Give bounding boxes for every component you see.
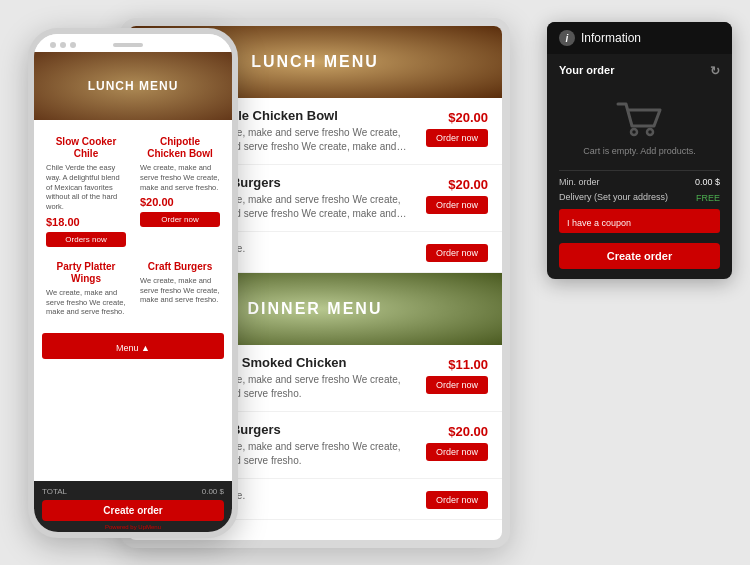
order-now-button[interactable]: Order now xyxy=(426,129,488,147)
phone-dot xyxy=(50,42,56,48)
scene: LUNCH MENU $18.00 Chipotle Chicken Bowl … xyxy=(0,0,750,565)
phone-content: Slow Cooker Chile Chile Verde the easy w… xyxy=(34,120,232,367)
item-right: Order now xyxy=(408,489,488,509)
powered-by: Powered by UpMenu xyxy=(42,524,224,530)
phone-create-order-button[interactable]: Create order xyxy=(42,500,224,521)
phone-order-button[interactable]: Orders now xyxy=(46,232,126,247)
phone-item-name: Party Platter Wings xyxy=(46,261,126,285)
menu-toggle[interactable]: Menu ▲ xyxy=(42,333,224,359)
phone-dot xyxy=(70,42,76,48)
total-label: TOTAL xyxy=(42,487,67,496)
item-right: Order now xyxy=(408,242,488,262)
phone-item-name: Slow Cooker Chile xyxy=(46,136,126,160)
info-panel-title: Information xyxy=(581,31,641,45)
info-icon: i xyxy=(559,30,575,46)
phone-item-price: $18.00 xyxy=(46,216,126,228)
phone-item-name: Craft Burgers xyxy=(140,261,220,273)
phone-footer-total: TOTAL 0.00 $ xyxy=(42,487,224,496)
svg-point-1 xyxy=(647,129,653,135)
phone-dot xyxy=(60,42,66,48)
order-now-button[interactable]: Order now xyxy=(426,376,488,394)
cart-empty-text: Cart is empty. Add products. xyxy=(583,146,695,156)
your-order-text: Your order xyxy=(559,64,614,78)
min-order-row: Min. order 0.00 $ xyxy=(559,177,720,187)
min-order-label: Min. order xyxy=(559,177,600,187)
delivery-row: Delivery (Set your address) FREE xyxy=(559,192,720,204)
order-now-button[interactable]: Order now xyxy=(426,244,488,262)
item-right: $20.00 Order now xyxy=(408,422,488,461)
item-price-right: $20.00 xyxy=(448,110,488,125)
phone-dots xyxy=(50,42,76,48)
tablet-lunch-title: LUNCH MENU xyxy=(251,53,379,71)
item-price-right: $20.00 xyxy=(448,177,488,192)
phone-banner: LUNCH MENU xyxy=(34,52,232,120)
item-right: $11.00 Order now xyxy=(408,355,488,394)
info-panel-body: Your order ↻ Cart is empty. Add products… xyxy=(547,54,732,279)
delivery-value: FREE xyxy=(696,193,720,203)
list-item: Party Platter Wings We create, make and … xyxy=(42,257,130,325)
cart-icon xyxy=(616,100,664,140)
info-panel: i Information Your order ↻ Cart is empty… xyxy=(547,22,732,279)
your-order-label: Your order ↻ xyxy=(559,64,720,78)
order-now-button[interactable]: Order now xyxy=(426,491,488,509)
phone-footer: TOTAL 0.00 $ Create order Powered by UpM… xyxy=(34,481,232,532)
item-price-right: $20.00 xyxy=(448,424,488,439)
item-right: $20.00 Order now xyxy=(408,108,488,147)
delivery-label: Delivery (Set your address) xyxy=(559,192,668,204)
svg-point-0 xyxy=(631,129,637,135)
info-panel-header: i Information xyxy=(547,22,732,54)
tablet-dinner-title: DINNER MENU xyxy=(248,300,383,318)
list-item: Slow Cooker Chile Chile Verde the easy w… xyxy=(42,132,130,251)
phone-banner-title: LUNCH MENU xyxy=(88,79,179,93)
phone-top-bar xyxy=(34,34,232,52)
list-item: Craft Burgers We create, make and serve … xyxy=(136,257,224,325)
phone-home-indicator xyxy=(113,43,143,47)
phone-order-button[interactable]: Order now xyxy=(140,212,220,227)
min-order-value: 0.00 $ xyxy=(695,177,720,187)
phone-item-price: $20.00 xyxy=(140,196,220,208)
total-value: 0.00 $ xyxy=(202,487,224,496)
phone-item-grid: Slow Cooker Chile Chile Verde the easy w… xyxy=(42,128,224,329)
item-right: $20.00 Order now xyxy=(408,175,488,214)
phone-item-desc: We create, make and serve fresho We crea… xyxy=(140,276,220,305)
cart-visual: Cart is empty. Add products. xyxy=(559,84,720,164)
order-now-button[interactable]: Order now xyxy=(426,443,488,461)
refresh-icon[interactable]: ↻ xyxy=(710,64,720,78)
menu-toggle-label: Menu ▲ xyxy=(116,343,150,353)
divider xyxy=(559,170,720,171)
phone-item-desc: Chile Verde the easy way. A delightful b… xyxy=(46,163,126,212)
coupon-label: I have a coupon xyxy=(567,218,631,228)
order-now-button[interactable]: Order now xyxy=(426,196,488,214)
phone-item-name: Chipotle Chicken Bowl xyxy=(140,136,220,160)
item-price-right: $11.00 xyxy=(448,357,488,372)
phone-item-desc: We create, make and serve fresho We crea… xyxy=(46,288,126,317)
phone-mockup: LUNCH MENU Slow Cooker Chile Chile Verde… xyxy=(28,28,238,538)
list-item: Chipotle Chicken Bowl We create, make an… xyxy=(136,132,224,251)
info-create-order-button[interactable]: Create order xyxy=(559,243,720,269)
phone-item-desc: We create, make and serve fresho We crea… xyxy=(140,163,220,192)
coupon-row[interactable]: I have a coupon xyxy=(559,209,720,233)
